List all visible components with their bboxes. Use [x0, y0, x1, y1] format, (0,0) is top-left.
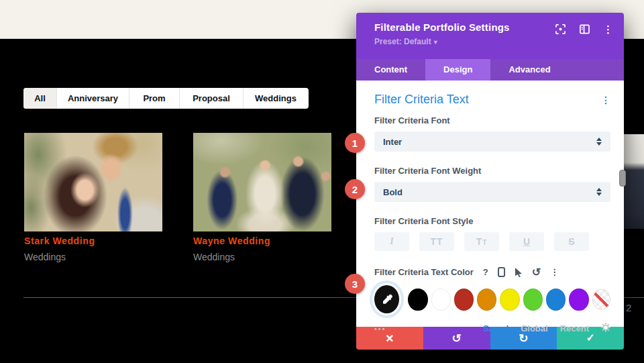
annotation-step-3: 3 [345, 274, 365, 294]
underline-button[interactable]: U [509, 232, 544, 251]
color-swatch-white[interactable] [431, 289, 451, 311]
pagination-page-2[interactable]: 2 [626, 302, 631, 313]
color-swatch-blue[interactable] [546, 289, 566, 311]
palette-tab-saved[interactable]: Saved [483, 323, 508, 333]
filter-tab-prom[interactable]: Prom [129, 88, 180, 109]
palette-settings-gear-icon[interactable] [601, 323, 610, 334]
color-swatch-row [374, 285, 610, 313]
focus-mode-icon[interactable] [555, 23, 566, 34]
color-swatch-none[interactable] [592, 289, 611, 310]
font-weight-value: Bold [383, 187, 402, 197]
select-arrows-icon [596, 188, 602, 196]
portfolio-category: Weddings [24, 252, 66, 262]
color-swatch-green[interactable] [523, 289, 543, 311]
more-swatches-icon[interactable]: ••• [374, 325, 386, 333]
annotation-step-2: 2 [345, 179, 365, 199]
portfolio-category: Weddings [193, 252, 235, 262]
uppercase-button[interactable]: TT [419, 232, 454, 251]
filter-tab-weddings[interactable]: Weddings [244, 88, 308, 109]
font-field-label: Filter Criteria Font [374, 115, 610, 125]
panel-layout-icon[interactable] [579, 23, 590, 34]
preset-selector[interactable]: Preset: Default▾ [374, 37, 612, 46]
portfolio-filter-bar: All Anniversary Prom Proposal Weddings [23, 88, 309, 109]
tab-design[interactable]: Design [425, 59, 490, 81]
palette-tab-recent[interactable]: Recent [560, 323, 589, 333]
portfolio-image-stark-wedding[interactable] [24, 133, 162, 231]
color-options-icon[interactable]: ⋮ [550, 267, 559, 277]
color-swatch-orange[interactable] [477, 289, 496, 311]
font-select-value: Inter [383, 137, 402, 147]
section-options-icon[interactable]: ⋮ [601, 95, 610, 105]
responsive-phone-icon[interactable] [498, 267, 505, 277]
modal-scrollbar-handle[interactable] [619, 170, 626, 187]
hover-cursor-icon[interactable] [515, 268, 523, 277]
portfolio-image-partial [624, 134, 644, 229]
select-arrows-icon [596, 138, 602, 146]
portfolio-title[interactable]: Wayne Wedding [193, 236, 270, 246]
tab-advanced[interactable]: Advanced [490, 59, 568, 81]
modal-header: Filterable Portfolio Settings Preset: De… [356, 13, 624, 59]
font-select[interactable]: Inter [374, 132, 610, 152]
filter-tab-all[interactable]: All [23, 88, 57, 109]
caret-down-icon: ▾ [434, 38, 437, 46]
font-style-buttons: I TT Tt U S [374, 232, 610, 251]
screen: All Anniversary Prom Proposal Weddings S… [0, 0, 644, 363]
palette-tab-global[interactable]: Global [521, 323, 547, 333]
modal-body: Filter Criteria Text ⋮ Filter Criteria F… [356, 81, 624, 327]
font-style-label: Filter Criteria Font Style [374, 216, 610, 226]
annotation-step-1: 1 [345, 133, 365, 153]
font-weight-select[interactable]: Bold [374, 182, 610, 202]
portfolio-image-wayne-wedding[interactable] [193, 133, 331, 231]
reset-icon[interactable]: ↺ [532, 266, 541, 278]
smallcaps-button[interactable]: Tt [464, 232, 499, 251]
strikethrough-button[interactable]: S [554, 232, 589, 251]
color-swatch-red[interactable] [454, 289, 474, 311]
modal-options-icon[interactable]: ⋮ [603, 24, 613, 34]
eyedropper-icon[interactable] [374, 285, 399, 313]
color-swatch-black[interactable] [408, 289, 427, 311]
portfolio-title[interactable]: Stark Wedding [24, 236, 95, 246]
italic-button[interactable]: I [374, 232, 409, 251]
tab-content[interactable]: Content [356, 59, 425, 81]
section-title: Filter Criteria Text [374, 93, 469, 107]
modal-tab-bar: Content Design Advanced [356, 59, 624, 81]
filter-tab-proposal[interactable]: Proposal [180, 88, 244, 109]
color-swatch-purple[interactable] [569, 289, 588, 311]
help-icon[interactable]: ? [483, 267, 488, 277]
text-color-label: Filter Criteria Text Color [374, 267, 474, 277]
font-weight-label: Filter Criteria Font Weight [374, 166, 610, 176]
filterable-portfolio-settings-modal: 1 2 3 Filterable Portfolio Settings Pres… [356, 13, 624, 350]
color-swatch-yellow[interactable] [500, 289, 519, 311]
filter-tab-anniversary[interactable]: Anniversary [57, 88, 129, 109]
